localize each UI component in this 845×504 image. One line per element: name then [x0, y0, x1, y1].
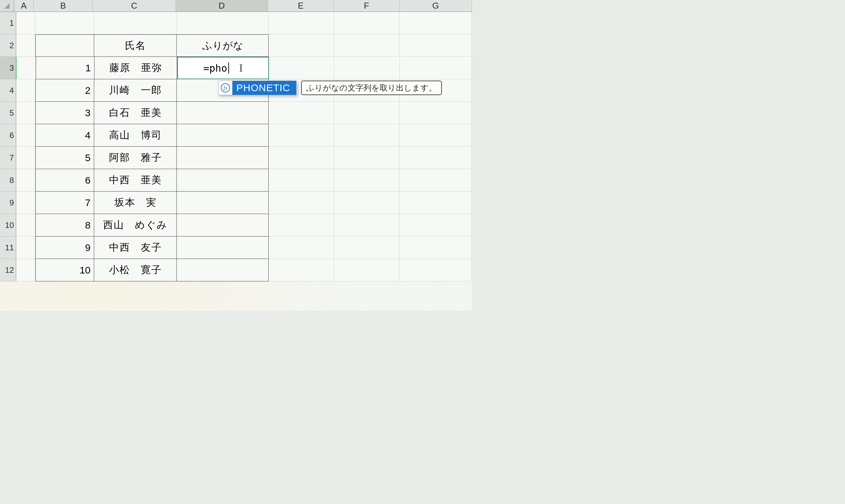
cell-E7[interactable]: [269, 147, 334, 169]
cell-A8[interactable]: [16, 169, 35, 192]
cell-E12[interactable]: [269, 259, 334, 282]
row-header-6[interactable]: 6: [0, 124, 16, 147]
cell-C9[interactable]: 坂本 実: [94, 192, 177, 214]
cell-B12[interactable]: 10: [35, 259, 94, 282]
cell-C10[interactable]: 西山 めぐみ: [94, 214, 177, 236]
cell-C7[interactable]: 阿部 雅子: [94, 147, 177, 169]
cell-D11[interactable]: [177, 236, 269, 259]
cell-B5[interactable]: 3: [35, 102, 94, 124]
cell-C3[interactable]: 藤原 亜弥: [94, 57, 177, 79]
cell-A10[interactable]: [16, 214, 35, 236]
cell-G9[interactable]: [400, 192, 472, 214]
cell-C8[interactable]: 中西 亜美: [94, 169, 177, 192]
cell-G3[interactable]: [400, 57, 472, 79]
cell-D1[interactable]: [177, 12, 269, 34]
cell-G10[interactable]: [400, 214, 472, 236]
cell-G2[interactable]: [400, 34, 472, 57]
cell-D8[interactable]: [177, 169, 269, 192]
cell-A3[interactable]: [17, 57, 36, 79]
column-header-D[interactable]: D: [176, 0, 268, 12]
cell-E3[interactable]: [269, 57, 334, 79]
cell-D6[interactable]: [177, 124, 269, 147]
cell-F9[interactable]: [334, 192, 400, 214]
cell-F2[interactable]: [334, 34, 400, 57]
column-header-G[interactable]: G: [400, 0, 472, 12]
row-header-3[interactable]: 3: [0, 57, 17, 79]
cell-A2[interactable]: [16, 34, 35, 57]
cell-G5[interactable]: [400, 102, 472, 124]
cell-E2[interactable]: [269, 34, 334, 57]
cell-F3[interactable]: [334, 57, 400, 79]
cell-F12[interactable]: [334, 259, 400, 282]
cell-E10[interactable]: [269, 214, 334, 236]
cell-E1[interactable]: [269, 12, 334, 34]
cell-E5[interactable]: [269, 102, 334, 124]
row-header-4[interactable]: 4: [0, 79, 16, 102]
row-header-12[interactable]: 12: [0, 259, 16, 282]
cell-A5[interactable]: [16, 102, 35, 124]
cell-C11[interactable]: 中西 友子: [94, 236, 177, 259]
cell-C2-header-name[interactable]: 氏名: [94, 34, 177, 57]
cell-G7[interactable]: [400, 147, 472, 169]
cell-D7[interactable]: [177, 147, 269, 169]
cell-B7[interactable]: 5: [35, 147, 94, 169]
cell-A11[interactable]: [16, 236, 35, 259]
cell-D5[interactable]: [177, 102, 269, 124]
cell-E8[interactable]: [269, 169, 334, 192]
cell-G11[interactable]: [400, 236, 472, 259]
cell-C1[interactable]: [94, 12, 177, 34]
cell-A7[interactable]: [16, 147, 35, 169]
cell-E9[interactable]: [269, 192, 334, 214]
row-header-9[interactable]: 9: [0, 192, 16, 214]
cell-F6[interactable]: [334, 124, 400, 147]
cell-D2-header-furigana[interactable]: ふりがな: [177, 34, 269, 57]
cell-G1[interactable]: [400, 12, 472, 34]
cell-D12[interactable]: [177, 259, 269, 282]
cell-G8[interactable]: [400, 169, 472, 192]
cell-B8[interactable]: 6: [35, 169, 94, 192]
cell-C6[interactable]: 高山 博司: [94, 124, 177, 147]
row-header-7[interactable]: 7: [0, 147, 16, 169]
cell-A9[interactable]: [16, 192, 35, 214]
row-header-8[interactable]: 8: [0, 169, 16, 192]
cell-E6[interactable]: [269, 124, 334, 147]
cell-B3[interactable]: 1: [36, 57, 94, 79]
autocomplete-item[interactable]: fx PHONETIC: [218, 80, 296, 95]
cell-F8[interactable]: [334, 169, 400, 192]
cell-C12[interactable]: 小松 寛子: [94, 259, 177, 282]
column-header-B[interactable]: B: [34, 0, 93, 12]
cell-A1[interactable]: [16, 12, 35, 34]
row-header-1[interactable]: 1: [0, 12, 16, 34]
cell-G12[interactable]: [400, 259, 472, 282]
cell-F1[interactable]: [334, 12, 400, 34]
row-header-11[interactable]: 11: [0, 236, 16, 259]
column-header-A[interactable]: A: [14, 0, 34, 12]
cell-A4[interactable]: [16, 79, 35, 102]
column-header-F[interactable]: F: [334, 0, 400, 12]
cell-B1[interactable]: [35, 12, 94, 34]
cell-F5[interactable]: [334, 102, 400, 124]
cell-D9[interactable]: [177, 192, 269, 214]
spreadsheet-viewport[interactable]: A B C D E F G 1 2 氏名 ふりがな: [0, 0, 472, 311]
cell-B9[interactable]: 7: [35, 192, 94, 214]
cell-C5[interactable]: 白石 亜美: [94, 102, 177, 124]
row-header-10[interactable]: 10: [0, 214, 16, 236]
select-all-corner[interactable]: [0, 0, 14, 12]
cell-C4[interactable]: 川崎 一郎: [94, 79, 177, 102]
cell-B4[interactable]: 2: [35, 79, 94, 102]
cell-B6[interactable]: 4: [35, 124, 94, 147]
column-header-E[interactable]: E: [268, 0, 334, 12]
cell-B11[interactable]: 9: [35, 236, 94, 259]
cell-B10[interactable]: 8: [35, 214, 94, 236]
cell-B2[interactable]: [35, 34, 94, 57]
cell-D3-editing[interactable]: =phoI: [177, 57, 269, 79]
column-header-C[interactable]: C: [93, 0, 176, 12]
cell-F10[interactable]: [334, 214, 400, 236]
cell-F11[interactable]: [334, 236, 400, 259]
row-header-5[interactable]: 5: [0, 102, 16, 124]
cell-G6[interactable]: [400, 124, 472, 147]
cell-E11[interactable]: [269, 236, 334, 259]
row-header-2[interactable]: 2: [0, 34, 16, 57]
cell-D10[interactable]: [177, 214, 269, 236]
cell-A12[interactable]: [16, 259, 35, 282]
